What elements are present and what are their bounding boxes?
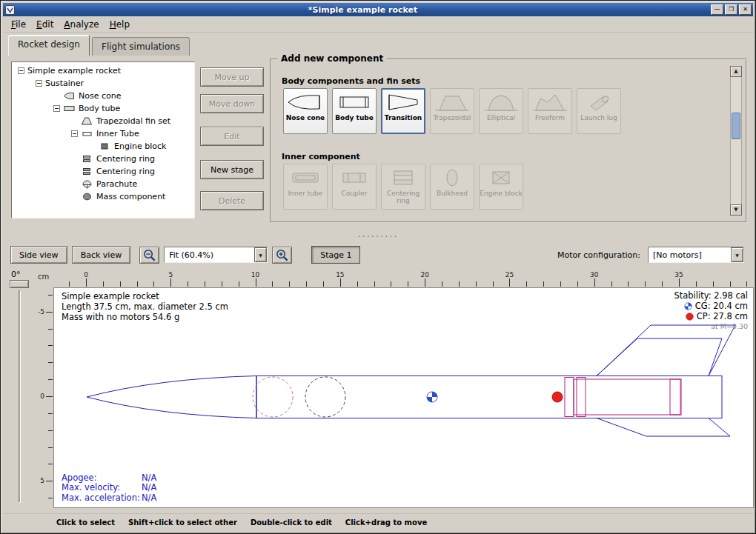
- horizontal-ruler: 05101520253035: [53, 270, 754, 287]
- component-button-label: Nose cone: [286, 114, 325, 121]
- tree-expander-icon[interactable]: [36, 80, 42, 87]
- svg-text:15: 15: [336, 271, 344, 278]
- engine-block-outline[interactable]: [670, 379, 680, 415]
- tree-item-body-tube[interactable]: Body tube: [12, 102, 194, 115]
- delete-button[interactable]: Delete: [200, 191, 264, 210]
- component-button-label: Coupler: [342, 190, 368, 197]
- svg-text:-5: -5: [38, 308, 44, 316]
- tree-item-simple-example-rocket[interactable]: Simple example rocket: [12, 64, 194, 77]
- nose-cone-icon: [63, 91, 76, 101]
- chevron-down-icon[interactable]: ▼: [254, 247, 267, 262]
- tree-expander-icon[interactable]: [18, 67, 24, 74]
- svg-text:20: 20: [420, 271, 429, 278]
- rocket-dimensions-text: Length 37.5 cm, max. diameter 2.5 cm: [62, 301, 228, 312]
- section-label-body-components-and-fin-sets: Body components and fin sets: [282, 76, 420, 86]
- tree-item-trapezoidal-fin-set[interactable]: Trapezoidal fin set: [12, 115, 194, 127]
- zoom-out-button[interactable]: [139, 247, 159, 264]
- new-stage-button[interactable]: New stage: [200, 160, 264, 179]
- tab-rocket-design[interactable]: Rocket design: [8, 35, 90, 56]
- svg-text:35: 35: [674, 271, 683, 278]
- motor-configuration-select[interactable]: [No motors] ▼: [648, 247, 744, 263]
- component-button-bulkhead[interactable]: Bulkhead: [430, 164, 474, 210]
- add-component-panel: Add new component Body components and fi…: [270, 59, 747, 223]
- move-down-button[interactable]: Move down: [200, 94, 264, 113]
- status-hint: Click to select: [56, 518, 115, 527]
- tree-item-sustainer[interactable]: Sustainer: [12, 77, 194, 90]
- menu-file[interactable]: File: [6, 17, 31, 32]
- component-button-engine-block[interactable]: Engine block: [479, 164, 523, 210]
- flight-data-row: Max. velocity:N/A: [62, 483, 156, 493]
- chevron-down-icon[interactable]: ▼: [731, 247, 743, 262]
- tree-item-nose-cone[interactable]: Nose cone: [12, 90, 194, 102]
- tree-item-parachute[interactable]: Parachute: [12, 178, 194, 190]
- window-icon: [4, 4, 15, 15]
- engine-block-icon: [482, 167, 520, 189]
- component-button-centering-ring[interactable]: Centering ring: [381, 164, 425, 210]
- rocket-design-panel: Simple example rocketSustainerNose coneB…: [3, 56, 753, 233]
- zoom-select[interactable]: Fit (60.4%) ▼: [164, 247, 268, 263]
- flight-data-row: Apogee:N/A: [62, 473, 156, 484]
- fin-shape-lower[interactable]: [597, 418, 730, 437]
- scroll-down-button[interactable]: ▼: [730, 204, 742, 216]
- centering-ring-outline[interactable]: [565, 378, 574, 417]
- fin-trapezoidal-icon: [433, 91, 471, 113]
- close-button[interactable]: ✕: [739, 4, 752, 15]
- nose-cone-shape[interactable]: [87, 376, 256, 418]
- centering-ring-outline-2[interactable]: [577, 378, 586, 417]
- tab-flight-simulations[interactable]: Flight simulations: [92, 37, 190, 56]
- tree-item-inner-tube[interactable]: Inner Tube: [12, 127, 194, 140]
- rocket-canvas[interactable]: Simple example rocket Length 37.5 cm, ma…: [53, 287, 754, 508]
- cp-marker[interactable]: [552, 392, 563, 402]
- cg-marker[interactable]: [427, 392, 437, 402]
- tree-expander-icon[interactable]: [53, 105, 60, 112]
- vertical-ruler: -505: [36, 287, 53, 508]
- edit-button[interactable]: Edit: [200, 127, 264, 146]
- menu-analyze[interactable]: Analyze: [59, 17, 104, 32]
- component-button-trapezoidal[interactable]: Trapezoidal: [430, 88, 474, 134]
- back-view-button[interactable]: Back view: [72, 246, 131, 264]
- fin-shape-upper-2[interactable]: [597, 338, 722, 376]
- zoom-in-button[interactable]: [272, 247, 292, 264]
- stage-1-toggle[interactable]: Stage 1: [311, 246, 360, 264]
- body-tube-shape[interactable]: [256, 376, 722, 418]
- side-view-button[interactable]: Side view: [10, 246, 67, 264]
- rotation-slider-track[interactable]: [19, 290, 21, 503]
- component-button-launch-lug[interactable]: Launch lug: [577, 88, 621, 134]
- tree-item-centering-ring[interactable]: Centering ring: [12, 165, 194, 178]
- menu-help[interactable]: Help: [105, 17, 135, 32]
- tree-item-mass-component[interactable]: Mass component: [12, 190, 194, 203]
- menu-edit[interactable]: Edit: [31, 17, 59, 32]
- tree-item-engine-block[interactable]: Engine block: [12, 140, 194, 153]
- rotation-slider-thumb[interactable]: [10, 280, 29, 288]
- minimize-button[interactable]: —: [711, 4, 723, 15]
- title-bar[interactable]: *Simple example rocket —❐✕: [3, 3, 753, 16]
- cp-text: CP: 27.8 cm: [697, 311, 748, 321]
- maximize-button[interactable]: ❐: [725, 4, 737, 15]
- move-up-button[interactable]: Move up: [200, 67, 264, 87]
- component-button-coupler[interactable]: Coupler: [332, 164, 377, 210]
- component-button-elliptical[interactable]: Elliptical: [479, 88, 523, 134]
- magnifier-minus-icon: [142, 248, 156, 262]
- launch-lug-icon: [580, 91, 618, 113]
- component-scrollbar[interactable]: ▲ ▼: [730, 66, 742, 216]
- fin-shape-upper[interactable]: [597, 325, 735, 376]
- component-button-inner-tube[interactable]: Inner tube: [283, 164, 328, 210]
- component-button-label: Elliptical: [487, 114, 515, 121]
- component-button-transition[interactable]: Transition: [381, 88, 425, 134]
- split-pane-divider[interactable]: [3, 233, 753, 242]
- fin-elliptical-icon: [482, 91, 520, 113]
- component-button-body-tube[interactable]: Body tube: [332, 88, 377, 134]
- inner-tube-icon: [81, 129, 93, 138]
- parachute-outline[interactable]: [253, 377, 293, 417]
- scrollbar-thumb[interactable]: [732, 113, 740, 139]
- scroll-up-button[interactable]: ▲: [730, 66, 742, 77]
- component-button-freeform[interactable]: Freeform: [528, 88, 572, 134]
- cg-text: CG: 20.4 cm: [695, 301, 748, 311]
- rotation-angle-label: 0°: [11, 270, 21, 279]
- flight-data-value: N/A: [142, 483, 156, 493]
- tree-expander-icon[interactable]: [71, 130, 78, 137]
- inner-tube-outline[interactable]: [574, 379, 681, 415]
- mass-component-outline[interactable]: [305, 377, 345, 417]
- tree-item-centering-ring[interactable]: Centering ring: [12, 153, 194, 165]
- component-button-nose-cone[interactable]: Nose cone: [283, 88, 328, 134]
